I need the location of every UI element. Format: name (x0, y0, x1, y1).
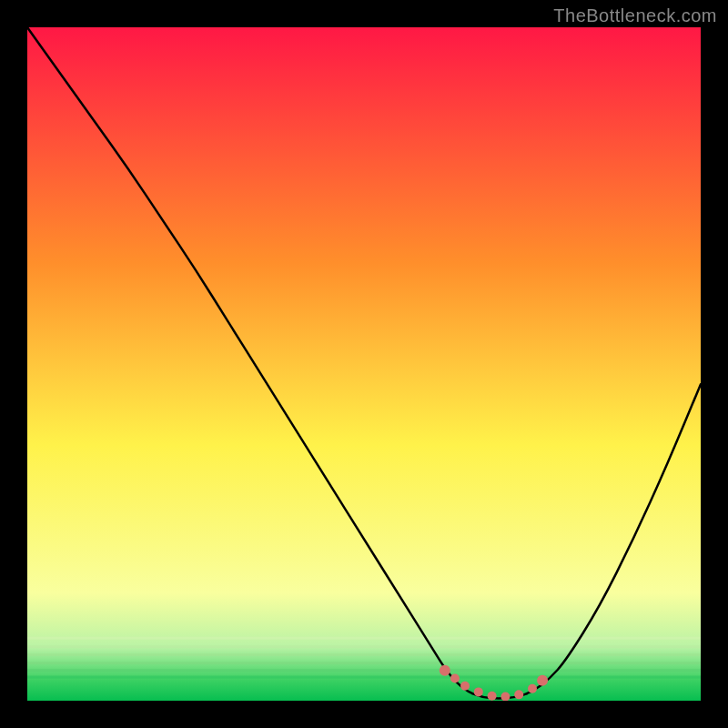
optimal-marker (440, 665, 450, 676)
optimal-marker (488, 692, 497, 701)
chart-frame (27, 27, 701, 701)
heat-gradient-bg (27, 27, 701, 701)
optimal-marker (474, 687, 483, 696)
optimal-marker (514, 690, 523, 699)
optimal-marker (537, 675, 548, 686)
optimal-marker (460, 682, 470, 691)
green-band (27, 637, 701, 640)
optimal-marker (450, 674, 460, 683)
green-band (27, 645, 701, 648)
green-band (27, 653, 701, 656)
green-band (27, 676, 701, 679)
optimal-marker (528, 684, 537, 693)
green-band (27, 669, 701, 672)
bottleneck-chart (27, 27, 701, 701)
green-band (27, 662, 701, 664)
watermark-text: TheBottleneck.com (553, 5, 717, 26)
